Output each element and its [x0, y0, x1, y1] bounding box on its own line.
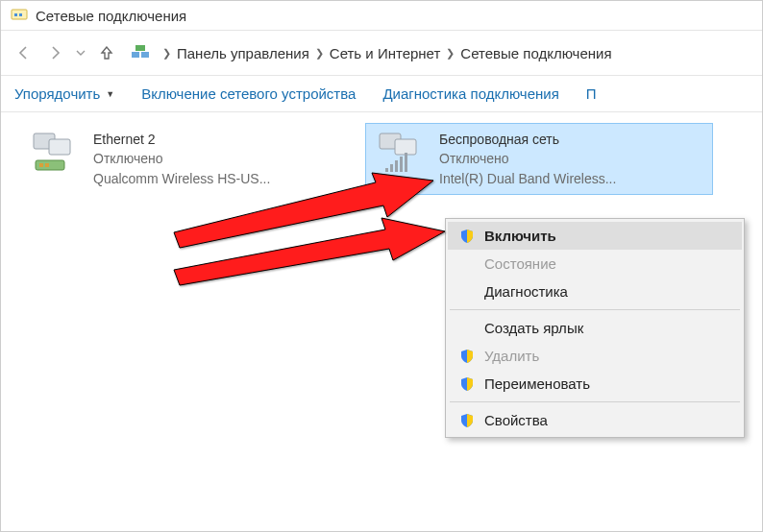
adapter-wireless[interactable]: Беспроводная сеть Отключено Intel(R) Dua…: [366, 124, 712, 194]
menu-properties-label: Свойства: [484, 412, 548, 428]
svg-rect-2: [19, 13, 22, 16]
breadcrumb[interactable]: ❯ Панель управления ❯ Сеть и Интернет ❯ …: [130, 42, 612, 63]
menu-enable-label: Включить: [484, 228, 556, 244]
menu-separator: [450, 309, 740, 310]
breadcrumb-control-panel[interactable]: Панель управления: [177, 45, 309, 61]
adapter-status: Отключено: [93, 149, 270, 168]
menu-diagnose-label: Диагностика: [484, 283, 568, 300]
chevron-right-icon[interactable]: ❯: [446, 47, 455, 60]
menu-delete-label: Удалить: [484, 348, 539, 364]
enable-device-button[interactable]: Включение сетевого устройства: [141, 85, 356, 102]
svg-rect-13: [385, 168, 388, 172]
svg-rect-17: [405, 153, 407, 172]
toolbar-more[interactable]: П: [586, 85, 597, 102]
nav-recent-caret-icon[interactable]: [76, 44, 86, 61]
chevron-right-icon[interactable]: ❯: [315, 47, 324, 60]
content-area: Ethernet 2 Отключено Qualcomm Wireless H…: [1, 112, 762, 206]
svg-rect-14: [390, 164, 393, 172]
nav-up-icon[interactable]: [95, 41, 118, 64]
caret-down-icon: ▼: [106, 89, 114, 99]
menu-status-label: Состояние: [484, 255, 556, 272]
wireless-adapter-icon: [376, 130, 430, 176]
svg-rect-9: [39, 163, 43, 167]
menu-create-shortcut[interactable]: Создать ярлык: [448, 314, 742, 342]
svg-rect-16: [400, 157, 403, 172]
menu-status: Состояние: [448, 250, 742, 278]
menu-delete: Удалить: [448, 342, 742, 370]
titlebar: Сетевые подключения: [1, 1, 762, 30]
adapter-name: Беспроводная сеть: [439, 130, 616, 149]
svg-marker-19: [174, 218, 445, 285]
shield-icon: [459, 349, 475, 364]
annotation-arrow: [174, 212, 453, 293]
menu-shortcut-label: Создать ярлык: [484, 320, 583, 336]
adapter-hardware: Intel(R) Dual Band Wireless...: [439, 169, 616, 188]
shield-icon: [459, 413, 475, 428]
control-panel-icon: [130, 42, 151, 63]
organize-button[interactable]: Упорядочить ▼: [14, 85, 114, 102]
menu-rename-label: Переименовать: [484, 375, 590, 392]
shield-icon: [459, 229, 475, 244]
network-connections-icon: [11, 7, 28, 24]
chevron-right-icon[interactable]: ❯: [162, 47, 171, 60]
shield-icon: [459, 376, 475, 392]
svg-rect-12: [395, 139, 416, 155]
menu-diagnose[interactable]: Диагностика: [448, 278, 742, 305]
menu-enable[interactable]: Включить: [448, 222, 742, 250]
svg-rect-10: [45, 163, 49, 167]
window-title: Сетевые подключения: [36, 8, 186, 24]
svg-rect-4: [141, 52, 149, 58]
svg-rect-5: [135, 45, 145, 51]
adapter-ethernet[interactable]: Ethernet 2 Отключено Qualcomm Wireless H…: [20, 124, 366, 194]
organize-label: Упорядочить: [14, 85, 100, 102]
svg-rect-7: [49, 139, 70, 155]
menu-separator: [450, 401, 740, 402]
svg-rect-15: [395, 160, 398, 172]
toolbar: Упорядочить ▼ Включение сетевого устройс…: [1, 76, 762, 112]
menu-rename[interactable]: Переименовать: [448, 370, 742, 398]
breadcrumb-network-internet[interactable]: Сеть и Интернет: [330, 45, 441, 61]
diagnose-connection-button[interactable]: Диагностика подключения: [382, 85, 558, 102]
svg-rect-1: [14, 13, 17, 16]
nav-back-icon[interactable]: [12, 41, 36, 64]
menu-properties[interactable]: Свойства: [448, 406, 742, 434]
adapter-name: Ethernet 2: [93, 130, 270, 149]
navbar: ❯ Панель управления ❯ Сеть и Интернет ❯ …: [1, 30, 762, 76]
context-menu: Включить Состояние Диагностика Создать я…: [445, 218, 745, 438]
breadcrumb-network-connections[interactable]: Сетевые подключения: [460, 45, 611, 61]
adapter-hardware: Qualcomm Wireless HS-US...: [93, 169, 270, 188]
svg-rect-3: [132, 52, 139, 58]
ethernet-adapter-icon: [30, 130, 84, 176]
nav-forward-icon[interactable]: [43, 41, 66, 64]
adapter-status: Отключено: [439, 149, 616, 168]
